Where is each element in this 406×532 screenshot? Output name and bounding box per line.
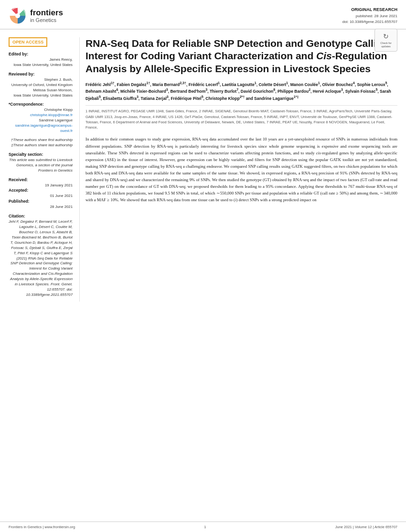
edited-by-name: James Reecy, [9,57,73,63]
affil6: 6 Department of Animal and Food Sciences… [113,120,266,124]
citation-label: Citation: [9,214,73,218]
main-content: OPEN ACCESS Edited by: James Reecy, Iowa… [0,30,406,302]
correspondence-label: *Correspondence: [9,102,73,107]
edited-by-affil: Iowa State University, United States [9,63,73,68]
page-footer: Frontiers in Genetics | www.frontiersin.… [0,521,406,532]
footer-date-volume: June 2021 | Volume 12 | Article 655707 [335,525,397,529]
svg-point-1 [15,13,20,18]
article-sidebar: OPEN ACCESS Edited by: James Reecy, Iowa… [9,37,79,302]
dates-section: Received: 19 January 2021 Accepted: 01 J… [9,177,73,210]
edited-by-label: Edited by: [9,52,73,56]
open-access-badge: OPEN ACCESS [9,37,47,47]
correspondence-section: *Correspondence: Christophe Klopp christ… [9,102,73,134]
dagger2-note: ‡These authors share last authorship [9,143,73,148]
footer-page-number: 1 [204,525,206,529]
frontiers-label: frontiers [30,8,63,18]
frontiers-logo-icon [9,7,27,25]
reviewer2-affil: Iowa State University, United States [9,93,73,98]
received-date: 19 January 2021 [9,183,73,188]
published-date: 28 June 2021 [9,205,73,210]
reviewer1-name: Stephen J. Bush, [9,77,73,83]
header-metadata: ORIGINAL RESEARCH published: 28 June 202… [342,7,397,25]
affil4: 4 INRAE, US 1426, GeT-PlaGe, Genotoul, C… [152,115,263,119]
page-header: frontiers in Genetics ORIGINAL RESEARCH … [0,0,406,30]
published-date-header: published: 28 June 2021 [342,13,397,19]
edited-by-section: Edited by: James Reecy, Iowa State Unive… [9,52,73,68]
footer-website: Frontiers in Genetics | www.frontiersin.… [9,525,75,529]
correspondent2-name: Sandrine Lagarrigue [9,118,73,123]
affiliations-block: 1 INRAE, INSTITUT AGRO, PEGASE UMR 1348,… [85,105,397,130]
specialty-label: Specialty section: [9,152,73,157]
abstract-text: In addition to their common usages to st… [85,136,397,203]
reviewed-by-label: Reviewed by: [9,72,73,76]
footer-left: Frontiers in Genetics | www.frontiersin.… [9,525,75,529]
check-updates-label: Check forupdates [380,42,392,48]
published-label: Published: [9,199,73,204]
authorship-notes-section: †These authors share first authorship ‡T… [9,138,73,148]
journal-logo: frontiers in Genetics [9,7,63,25]
article-title: RNA-Seq Data for Reliable SNP Detection … [85,37,397,75]
reviewed-by-section: Reviewed by: Stephen J. Bush, University… [9,72,73,98]
dagger1-note: †These authors share first authorship [9,138,73,143]
received-label: Received: [9,177,73,182]
doi-header: doi: 10.3389/fgene.2021.655707 [342,19,397,25]
correspondent2-email[interactable]: sandrine.lagarrigue@agrocampus-ouest.fr [15,123,73,133]
check-updates-icon: ↻ [383,32,389,41]
article-content: RNA-Seq Data for Reliable SNP Detection … [79,37,397,302]
specialty-text: This article was submitted to Livestock … [9,158,73,174]
specialty-section: Specialty section: This article was subm… [9,152,73,174]
affil2: 2 INRAE, SIGENAE, Genotoul Bioinfo MIAT,… [199,109,312,113]
citation-text: Jehl F, Degalez F, Bernard M, Lecerf F, … [9,219,73,298]
check-updates-badge[interactable]: ↻ Check forupdates [374,29,397,52]
article-type: ORIGINAL RESEARCH [342,7,397,13]
citation-section: Citation: Jehl F, Degalez F, Bernard M, … [9,214,73,298]
accepted-date: 01 June 2021 [9,194,73,199]
journal-name: frontiers in Genetics [30,8,63,23]
correspondent1-name: Christophe Klopp [9,108,73,113]
affil7: 7 INRAE, PEAT UE, Nouzilly, France [267,120,325,124]
reviewer2-name: Melissa Susan Monson, [9,88,73,93]
journal-subtitle: in Genetics [30,17,63,23]
reviewer1-affil: University of Oxford, United Kingdom [9,83,73,88]
affil1: 1 INRAE, INSTITUT AGRO, PEGASE UMR 1348,… [85,109,198,113]
accepted-label: Accepted: [9,188,73,193]
correspondent1-email[interactable]: christophe.klopp@inrae.fr [30,113,73,117]
authors-list: Frédéric Jehl1†, Fabien Degalez1†, Maria… [85,81,397,102]
